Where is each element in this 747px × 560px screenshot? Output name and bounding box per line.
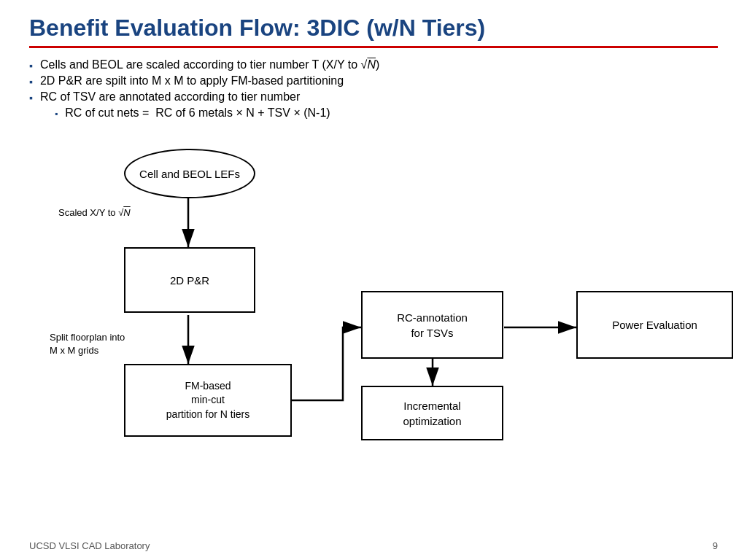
bullet-2: 2D P&R are spilt into M x M to apply FM-… [29, 74, 718, 88]
footer: UCSD VLSI CAD Laboratory 9 [29, 540, 718, 551]
split-label: Split floorplan intoM x M grids [50, 331, 125, 357]
incremental-opt-box: Incrementaloptimization [361, 386, 503, 440]
rc-annotation-box: RC-annotationfor TSVs [361, 291, 503, 359]
sub-bullet-1: RC of cut nets = RC of 6 metals × N + TS… [55, 106, 330, 120]
footer-lab: UCSD VLSI CAD Laboratory [29, 540, 150, 551]
scaled-label: Scaled X/Y to √N [58, 207, 131, 218]
footer-page: 9 [713, 540, 718, 551]
cell-lefs-box: Cell and BEOL LEFs [124, 149, 255, 198]
p-and-r-box: 2D P&R [124, 247, 255, 313]
slide-container: Benefit Evaluation Flow: 3DIC (w/N Tiers… [0, 0, 747, 560]
power-eval-box: Power Evaluation [576, 291, 733, 359]
bullet-3: RC of TSV are annotated according to tie… [29, 90, 718, 121]
flow-diagram: Scaled X/Y to √N Cell and BEOL LEFs 2D P… [29, 134, 718, 440]
bullet-1: Cells and BEOL are scaled according to t… [29, 58, 718, 71]
slide-title: Benefit Evaluation Flow: 3DIC (w/N Tiers… [29, 15, 718, 48]
bullet-list: Cells and BEOL are scaled according to t… [29, 58, 718, 121]
fm-partition-box: FM-basedmin-cutpartition for N tiers [124, 364, 292, 437]
